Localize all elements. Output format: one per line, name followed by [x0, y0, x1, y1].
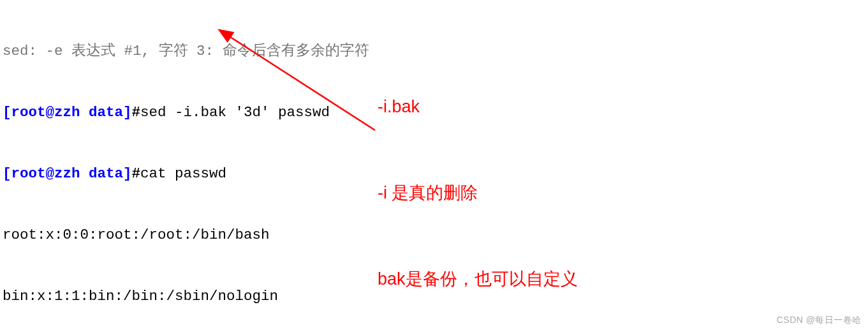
prompt-line-2: [root@zzh data]#cat passwd — [3, 163, 399, 184]
sed-error-line: sed: -e 表达式 #1, 字符 3: 命令后含有多余的字符 — [3, 41, 399, 61]
shell-prompt: [root@zzh data] — [3, 165, 132, 182]
annotation-line: -i.bak — [378, 93, 582, 121]
command-sed: sed -i.bak '3d' passwd — [140, 104, 330, 121]
command-cat: cat passwd — [140, 165, 226, 182]
csdn-watermark: CSDN @每日一卷哈 — [777, 315, 862, 326]
annotation-callout: -i.bak -i 是真的删除 bak是备份，也可以自定义 如-i.cxk 一定… — [378, 35, 582, 330]
shell-prompt: [root@zzh data] — [3, 104, 132, 121]
prompt-line-1: [root@zzh data]#sed -i.bak '3d' passwd — [3, 102, 399, 123]
prompt-hash: # — [132, 165, 141, 182]
annotation-line: -i 是真的删除 — [378, 179, 582, 207]
file-line: bin:x:1:1:bin:/bin:/sbin/nologin — [3, 286, 399, 306]
annotation-line: bak是备份，也可以自定义 — [378, 265, 582, 294]
prompt-hash: # — [132, 104, 141, 121]
terminal-output: sed: -e 表达式 #1, 字符 3: 命令后含有多余的字符 [root@z… — [0, 0, 399, 330]
file-line: root:x:0:0:root:/root:/bin/bash — [3, 225, 399, 245]
